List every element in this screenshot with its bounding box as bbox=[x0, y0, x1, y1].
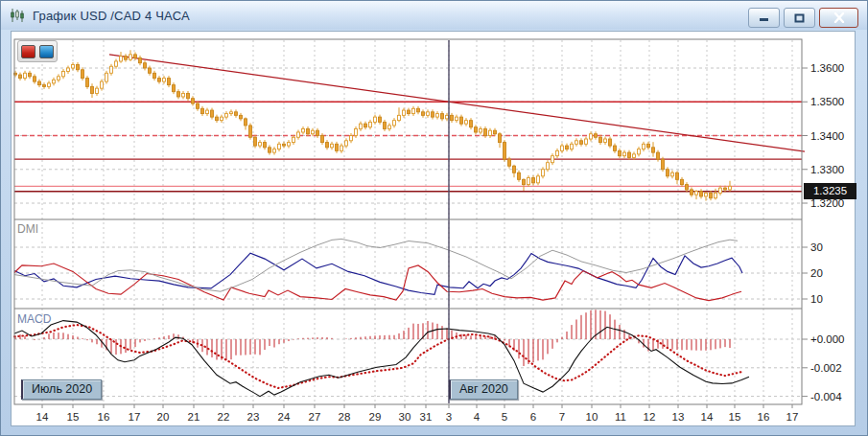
svg-text:11: 11 bbox=[615, 411, 626, 423]
svg-text:-0.002: -0.002 bbox=[810, 362, 842, 374]
svg-text:17: 17 bbox=[129, 411, 141, 423]
svg-text:+0.000: +0.000 bbox=[810, 333, 845, 345]
macd-layer bbox=[14, 310, 749, 396]
macd-panel-label: MACD bbox=[17, 312, 51, 326]
svg-text:10: 10 bbox=[586, 411, 598, 423]
svg-text:23: 23 bbox=[247, 411, 260, 423]
svg-text:13: 13 bbox=[672, 411, 685, 423]
svg-text:22: 22 bbox=[218, 411, 230, 423]
close-icon bbox=[833, 12, 845, 23]
chart-window: 1.36001.35001.34001.33001.3200302010+0.0… bbox=[0, 0, 868, 436]
maximize-icon bbox=[794, 13, 805, 23]
svg-text:6: 6 bbox=[530, 411, 536, 423]
chart-canvas[interactable]: 1.36001.35001.34001.33001.3200302010+0.0… bbox=[1, 1, 868, 436]
chart-toolbar bbox=[17, 40, 58, 62]
month-badge-july: Июль 2020 bbox=[21, 379, 102, 400]
svg-text:14: 14 bbox=[701, 411, 714, 423]
svg-text:1.3600: 1.3600 bbox=[810, 62, 844, 74]
svg-text:15: 15 bbox=[67, 411, 80, 423]
svg-text:21: 21 bbox=[188, 411, 200, 423]
svg-text:29: 29 bbox=[369, 411, 382, 423]
svg-text:27: 27 bbox=[309, 411, 321, 423]
svg-text:30: 30 bbox=[810, 241, 823, 253]
svg-text:17: 17 bbox=[786, 411, 799, 423]
grid-layer bbox=[14, 40, 802, 403]
close-button[interactable] bbox=[819, 8, 858, 28]
buy-button[interactable] bbox=[39, 45, 54, 58]
current-price-badge: 1.3235 bbox=[804, 183, 856, 199]
svg-text:1.3500: 1.3500 bbox=[810, 96, 844, 107]
svg-text:20: 20 bbox=[810, 267, 823, 279]
svg-text:-0.004: -0.004 bbox=[810, 391, 842, 402]
svg-text:1.3300: 1.3300 bbox=[810, 164, 844, 175]
svg-text:5: 5 bbox=[502, 411, 507, 423]
minimize-icon bbox=[759, 13, 770, 22]
dmi-layer bbox=[14, 239, 742, 300]
svg-text:7: 7 bbox=[559, 411, 565, 423]
svg-text:14: 14 bbox=[36, 411, 49, 423]
maximize-button[interactable] bbox=[784, 8, 815, 28]
svg-text:4: 4 bbox=[474, 411, 481, 423]
svg-text:12: 12 bbox=[644, 411, 656, 423]
sell-button[interactable] bbox=[21, 45, 35, 58]
minimize-button[interactable] bbox=[748, 8, 780, 28]
panel-frames bbox=[14, 39, 802, 404]
dmi-panel-label: DMI bbox=[17, 222, 38, 236]
svg-text:10: 10 bbox=[810, 293, 823, 305]
candles-layer bbox=[14, 50, 732, 200]
svg-text:3: 3 bbox=[446, 411, 452, 423]
price-levels-layer bbox=[14, 55, 805, 192]
svg-text:28: 28 bbox=[339, 411, 351, 423]
svg-text:30: 30 bbox=[399, 411, 411, 423]
svg-text:20: 20 bbox=[157, 411, 170, 423]
window-controls bbox=[748, 8, 858, 28]
svg-text:1.3400: 1.3400 bbox=[810, 130, 844, 142]
svg-text:16: 16 bbox=[758, 411, 770, 423]
svg-text:31: 31 bbox=[420, 411, 433, 423]
svg-text:24: 24 bbox=[278, 411, 291, 423]
svg-text:16: 16 bbox=[98, 411, 110, 423]
month-badge-aug: Авг 2020 bbox=[449, 379, 518, 400]
svg-text:15: 15 bbox=[729, 411, 741, 423]
